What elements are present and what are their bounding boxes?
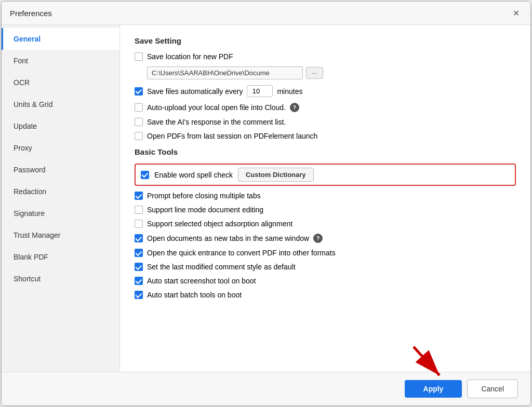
auto-screenshot-checkbox[interactable] xyxy=(135,277,143,285)
auto-save-prefix: Save files automatically every xyxy=(147,87,243,96)
sidebar-item-password[interactable]: Password xyxy=(2,159,119,181)
auto-batch-checkbox[interactable] xyxy=(135,291,143,299)
open-pdfs-checkbox[interactable] xyxy=(135,132,143,140)
svg-line-1 xyxy=(414,347,440,375)
set-last-label: Set the last modified comment style as d… xyxy=(147,263,296,271)
auto-screenshot-label: Auto start screenshot tool on boot xyxy=(147,277,256,285)
save-setting-title: Save Setting xyxy=(135,36,516,45)
open-docs-help-icon[interactable]: ? xyxy=(313,234,323,243)
sidebar-item-signature[interactable]: Signature xyxy=(2,202,119,224)
footer: Apply Cancel xyxy=(2,372,530,405)
support-selected-row: Support selected object adsorption align… xyxy=(135,220,516,228)
auto-save-minutes-input[interactable] xyxy=(247,85,273,97)
save-location-checkbox[interactable] xyxy=(135,52,143,61)
sidebar-item-shortcut[interactable]: Shortcut xyxy=(2,268,119,290)
custom-dictionary-button[interactable]: Custom Dictionary xyxy=(238,168,314,182)
auto-save-suffix: minutes xyxy=(277,87,302,96)
sidebar-item-redaction[interactable]: Redaction xyxy=(2,181,119,202)
browse-button[interactable]: ··· xyxy=(306,67,323,79)
auto-upload-checkbox[interactable] xyxy=(135,103,143,112)
sidebar: General Font OCR Units & Grid Update Pro… xyxy=(2,25,120,372)
open-docs-label: Open documents as new tabs in the same w… xyxy=(147,234,309,242)
prompt-tabs-label: Prompt before closing multiple tabs xyxy=(147,192,261,200)
auto-upload-help-icon[interactable]: ? xyxy=(290,103,299,112)
sidebar-item-general[interactable]: General xyxy=(2,28,119,50)
auto-save-row: Save files automatically every minutes xyxy=(135,85,516,97)
save-location-row: Save location for new PDF xyxy=(135,52,516,61)
preferences-dialog: Preferences ✕ General Font OCR Units & G… xyxy=(1,1,531,406)
save-ai-row: Save the AI's response in the comment li… xyxy=(135,118,516,126)
open-quick-row: Open the quick entrance to convert PDF i… xyxy=(135,249,516,257)
close-button[interactable]: ✕ xyxy=(510,7,522,19)
title-bar: Preferences ✕ xyxy=(2,2,530,25)
prompt-tabs-checkbox[interactable] xyxy=(135,192,143,200)
dialog-body: General Font OCR Units & Grid Update Pro… xyxy=(2,25,530,372)
file-path-input[interactable] xyxy=(147,66,303,79)
sidebar-item-update[interactable]: Update xyxy=(2,115,119,137)
open-quick-checkbox[interactable] xyxy=(135,249,143,257)
sidebar-item-trust-manager[interactable]: Trust Manager xyxy=(2,224,119,246)
save-location-label: Save location for new PDF xyxy=(147,52,233,61)
set-last-row: Set the last modified comment style as d… xyxy=(135,263,516,271)
support-selected-checkbox[interactable] xyxy=(135,220,143,228)
support-line-label: Support line mode document editing xyxy=(147,206,263,214)
spell-check-label: Enable word spell check xyxy=(154,171,233,179)
sidebar-item-ocr[interactable]: OCR xyxy=(2,72,119,93)
spell-check-checkbox[interactable] xyxy=(141,171,149,179)
file-path-row: ··· xyxy=(147,66,516,79)
open-docs-checkbox[interactable] xyxy=(135,234,143,242)
auto-batch-label: Auto start batch tools on boot xyxy=(147,291,242,299)
open-docs-row: Open documents as new tabs in the same w… xyxy=(135,234,516,243)
dialog-title: Preferences xyxy=(10,9,52,18)
sidebar-item-proxy[interactable]: Proxy xyxy=(2,137,119,159)
auto-upload-row: Auto-upload your local open file into Cl… xyxy=(135,103,516,112)
auto-save-checkbox[interactable] xyxy=(135,87,143,96)
cancel-button[interactable]: Cancel xyxy=(467,379,518,398)
auto-screenshot-row: Auto start screenshot tool on boot xyxy=(135,277,516,285)
sidebar-item-units-grid[interactable]: Units & Grid xyxy=(2,93,119,115)
sidebar-item-font[interactable]: Font xyxy=(2,50,119,72)
open-pdfs-label: Open PDFs from last session on PDFelemen… xyxy=(147,132,317,140)
set-last-checkbox[interactable] xyxy=(135,263,143,271)
open-pdfs-row: Open PDFs from last session on PDFelemen… xyxy=(135,132,516,140)
support-line-row: Support line mode document editing xyxy=(135,206,516,214)
spell-check-row: Enable word spell check Custom Dictionar… xyxy=(135,164,516,186)
auto-upload-label: Auto-upload your local open file into Cl… xyxy=(147,103,286,112)
support-line-checkbox[interactable] xyxy=(135,206,143,214)
support-selected-label: Support selected object adsorption align… xyxy=(147,220,292,228)
sidebar-item-blank-pdf[interactable]: Blank PDF xyxy=(2,246,119,268)
prompt-tabs-row: Prompt before closing multiple tabs xyxy=(135,192,516,200)
auto-batch-row: Auto start batch tools on boot xyxy=(135,291,516,299)
save-ai-checkbox[interactable] xyxy=(135,118,143,126)
open-quick-label: Open the quick entrance to convert PDF i… xyxy=(147,249,336,257)
save-ai-label: Save the AI's response in the comment li… xyxy=(147,118,286,126)
apply-button[interactable]: Apply xyxy=(405,380,462,398)
basic-tools-title: Basic Tools xyxy=(135,147,516,156)
main-content: Save Setting Save location for new PDF ·… xyxy=(120,25,530,372)
red-arrow-indicator xyxy=(408,344,450,381)
